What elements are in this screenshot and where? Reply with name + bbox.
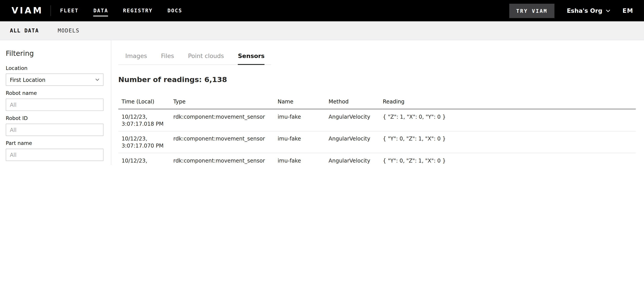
cell-time-date: 10/12/23, [122,157,171,164]
nav-divider [50,5,51,16]
chevron-down-icon [606,9,610,12]
col-header-type: Type [173,98,278,109]
org-switcher[interactable]: Esha's Org [567,8,610,14]
col-header-time: Time (Local) [118,98,173,109]
tab-sensors[interactable]: Sensors [238,50,265,64]
cell-time: 10/12/23, 3:07:17.118 PM [118,153,173,165]
cell-type: rdk:component:movement_sensor [173,153,278,165]
org-name: Esha's Org [567,8,602,14]
field-label: Part name [6,140,104,146]
data-subnav: ALL DATA MODELS [0,22,644,40]
filter-field-robot-name: Robot name [6,90,104,111]
main-nav: FLEET DATA REGISTRY DOCS [60,5,182,16]
cell-name: imu-fake [278,109,328,131]
col-header-name: Name [278,98,328,109]
table-row[interactable]: 10/12/23, 3:07:17.118 PM rdk:component:m… [118,153,636,165]
tab-point-clouds[interactable]: Point clouds [188,50,224,64]
nav-item-data[interactable]: DATA [93,5,108,16]
table-header: Time (Local) Type Name Method Reading [118,98,636,109]
nav-item-registry[interactable]: REGISTRY [123,5,152,16]
cell-method: AngularVelocity [328,109,383,131]
cell-name: imu-fake [278,131,328,153]
cell-time-clock: 3:07:17.018 PM [122,120,171,127]
cell-reading: { "Y": 0, "Z": 1, "X": 0 } [383,153,636,165]
filter-sidebar: Filtering Location First Location Robot … [0,40,112,165]
content-area: Filtering Location First Location Robot … [0,40,644,165]
cell-time: 10/12/23, 3:07:17.018 PM [118,109,173,131]
table-row[interactable]: 10/12/23, 3:07:17.018 PM rdk:component:m… [118,109,636,131]
cell-time-clock: 3:07:17.118 PM [122,164,171,165]
viam-logo[interactable]: VIAM [12,6,43,16]
field-label: Location [6,65,104,71]
readings-count: Number of readings: 6,138 [118,76,636,84]
location-select[interactable]: First Location [6,74,104,86]
table-row[interactable]: 10/12/23, 3:07:17.070 PM rdk:component:m… [118,131,636,153]
tab-images[interactable]: Images [125,50,147,64]
select-value: First Location [10,76,46,83]
field-label: Robot ID [6,115,104,121]
cell-time-date: 10/12/23, [122,135,171,142]
tab-all-data[interactable]: ALL DATA [10,28,39,34]
part-name-input[interactable] [6,149,104,161]
filtering-title: Filtering [6,49,104,57]
col-header-reading: Reading [383,98,636,109]
robot-id-input[interactable] [6,124,104,136]
cell-type: rdk:component:movement_sensor [173,131,278,153]
nav-item-docs[interactable]: DOCS [168,5,182,16]
cell-time-clock: 3:07:17.070 PM [122,142,171,149]
cell-time-date: 10/12/23, [122,113,171,120]
sensor-readings-table: Time (Local) Type Name Method Reading 10… [118,98,636,165]
user-avatar-initials[interactable]: EM [622,8,633,14]
chevron-down-icon [95,78,100,81]
cell-method: AngularVelocity [328,131,383,153]
navbar-right: TRY VIAM Esha's Org EM [509,4,634,18]
tab-models[interactable]: MODELS [58,28,80,34]
filter-field-robot-id: Robot ID [6,115,104,136]
viam-data-app: VIAM FLEET DATA REGISTRY DOCS TRY VIAM E… [0,0,644,165]
nav-item-fleet[interactable]: FLEET [60,5,78,16]
filter-field-location: Location First Location [6,65,104,86]
cell-type: rdk:component:movement_sensor [173,109,278,131]
tab-files[interactable]: Files [161,50,174,64]
field-label: Robot name [6,90,104,96]
cell-reading: { "Z": 1, "X": 0, "Y": 0 } [383,109,636,131]
sensor-readings-body: 10/12/23, 3:07:17.018 PM rdk:component:m… [118,109,636,165]
cell-method: AngularVelocity [328,153,383,165]
cell-time: 10/12/23, 3:07:17.070 PM [118,131,173,153]
cell-reading: { "Y": 0, "Z": 1, "X": 0 } [383,131,636,153]
data-type-tabs: Images Files Point clouds Sensors [118,50,271,65]
data-main-panel: Images Files Point clouds Sensors Number… [112,40,644,165]
filter-field-part-name: Part name [6,140,104,161]
try-viam-button[interactable]: TRY VIAM [509,4,554,18]
cell-name: imu-fake [278,153,328,165]
top-navbar: VIAM FLEET DATA REGISTRY DOCS TRY VIAM E… [0,0,644,22]
col-header-method: Method [328,98,383,109]
robot-name-input[interactable] [6,98,104,111]
